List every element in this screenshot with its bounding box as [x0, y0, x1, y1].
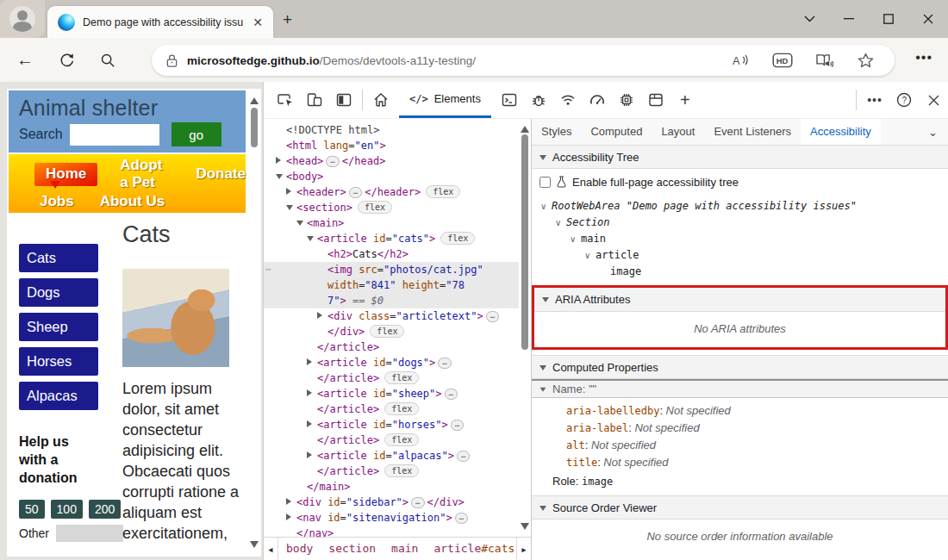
nav-item-home[interactable]: Home — [34, 163, 97, 186]
nav-item-adopt-a-pet[interactable]: Adopt a Pet — [120, 157, 173, 191]
favorites-star-icon[interactable] — [855, 47, 876, 73]
application-icon[interactable] — [641, 82, 670, 118]
close-window-button[interactable] — [908, 0, 948, 38]
go-button[interactable]: go — [172, 122, 221, 146]
breadcrumb-item-section[interactable]: section — [321, 538, 384, 560]
tab-event-listeners[interactable]: Event Listeners — [704, 119, 801, 145]
a11y-tree-node[interactable]: ∨Section — [532, 215, 948, 231]
nav-item-about-us[interactable]: About Us — [100, 193, 165, 210]
dom-tree-row[interactable]: width="841" height="78 — [264, 277, 531, 293]
computed-name-header[interactable]: Name: "" — [532, 379, 948, 398]
inline-expand-button[interactable]: … — [438, 358, 451, 369]
memory-chip-icon[interactable] — [612, 82, 641, 118]
performance-icon[interactable] — [583, 82, 612, 118]
devtools-customize-icon[interactable]: ••• — [860, 82, 889, 118]
dom-tree-row[interactable]: <div class="articletext">… — [264, 308, 531, 324]
tab-layout[interactable]: Layout — [652, 119, 704, 145]
flex-badge[interactable]: flex — [384, 433, 419, 446]
inline-expand-button[interactable]: … — [457, 451, 470, 462]
a11y-tree-node[interactable]: image — [532, 264, 948, 280]
dom-tree-row[interactable]: </article>flex — [264, 464, 531, 479]
flex-badge[interactable]: flex — [440, 232, 475, 245]
flex-badge[interactable]: flex — [426, 185, 460, 198]
more-tools-plus-icon[interactable]: + — [670, 82, 700, 118]
tab-actions-chevron-icon[interactable] — [789, 0, 829, 38]
nav-item-donate[interactable]: Donate — [196, 165, 246, 183]
dom-tree-row[interactable]: </article> — [264, 339, 531, 355]
tab-styles[interactable]: Styles — [532, 119, 581, 145]
a11y-tree-node[interactable]: ∨RootWebArea "Demo page with accessibili… — [532, 198, 948, 215]
node-chevron-icon[interactable]: ∨ — [584, 247, 596, 264]
tab-computed[interactable]: Computed — [581, 119, 652, 145]
expand-arrow-icon[interactable] — [286, 184, 296, 200]
page-scrollbar[interactable] — [247, 89, 261, 557]
inline-expand-button[interactable]: … — [486, 311, 499, 322]
search-icon[interactable] — [95, 47, 121, 73]
dom-tree-row[interactable]: <article id="horses">… — [264, 417, 531, 432]
expand-arrow-icon[interactable] — [286, 495, 296, 510]
maximize-button[interactable] — [869, 0, 908, 38]
dom-tree-row[interactable]: <main> — [264, 215, 531, 231]
dom-tree-row[interactable]: <header>…</header>flex — [264, 184, 531, 200]
scroll-down-icon[interactable] — [250, 541, 259, 552]
dom-tree-row[interactable]: <article id="cats">flex — [264, 231, 531, 246]
nav-item-jobs[interactable]: Jobs — [40, 193, 74, 210]
dom-tree-row[interactable]: <article id="alpacas">… — [264, 448, 531, 464]
scroll-down-icon[interactable] — [521, 523, 529, 534]
dom-tree-row[interactable]: </main> — [264, 479, 531, 495]
refresh-button[interactable] — [53, 47, 79, 73]
breadcrumb-item-body[interactable]: body — [278, 538, 321, 560]
dom-tree-row[interactable]: </article>flex — [264, 370, 531, 386]
dom-tree-row[interactable]: </article>flex — [264, 432, 531, 448]
inline-expand-button[interactable]: … — [451, 420, 464, 431]
animal-button-sheep[interactable]: Sheep — [19, 313, 98, 341]
inline-expand-button[interactable]: … — [455, 513, 468, 524]
breadcrumb-prev-icon[interactable]: ◂ — [264, 538, 278, 560]
expand-arrow-icon[interactable] — [307, 386, 317, 401]
expand-arrow-icon[interactable] — [276, 169, 286, 184]
dom-tree-row[interactable]: <nav id="sitenavigation">… — [264, 510, 531, 526]
dom-tree-row[interactable]: <div id="sidebar">…</div> — [264, 495, 531, 510]
a11y-tree-node[interactable]: ∨article — [532, 247, 948, 264]
flex-badge[interactable]: flex — [384, 402, 419, 415]
inline-expand-button[interactable]: … — [411, 497, 424, 508]
elements-scrollbar[interactable] — [519, 119, 531, 537]
profile-button[interactable] — [0, 0, 45, 38]
dom-tree-row[interactable]: <article id="sheep">… — [264, 386, 531, 401]
animal-button-dogs[interactable]: Dogs — [19, 278, 98, 307]
a11y-tree-node[interactable]: ∨main — [532, 231, 948, 247]
section-aria-attributes[interactable]: ARIA Attributes — [534, 288, 945, 312]
section-source-order-viewer[interactable]: Source Order Viewer — [532, 495, 948, 520]
breadcrumb-next-icon[interactable]: ▸ — [516, 538, 531, 560]
browser-tab[interactable]: Demo page with accessibility issu ✕ — [47, 6, 273, 38]
node-chevron-icon[interactable]: ∨ — [570, 231, 581, 247]
back-button[interactable]: ← — [12, 47, 38, 73]
expand-arrow-icon[interactable] — [276, 153, 286, 169]
scroll-up-icon[interactable] — [521, 121, 529, 133]
tab-accessibility[interactable]: Accessibility — [801, 119, 881, 145]
inline-expand-button[interactable]: … — [445, 389, 458, 400]
donation-amount-button[interactable]: 100 — [51, 500, 83, 519]
expand-arrow-icon[interactable] — [307, 448, 317, 464]
dom-tree-row[interactable]: ⋯<img src="photos/cat.jpg" — [264, 262, 531, 277]
dom-tree-row[interactable]: <!DOCTYPE html> — [264, 122, 531, 138]
devtools-close-icon[interactable] — [919, 82, 948, 118]
dom-tree-row[interactable]: </article>flex — [264, 401, 531, 417]
flex-badge[interactable]: flex — [384, 464, 419, 477]
dom-tree-row[interactable]: <section>flex — [264, 200, 531, 215]
inspect-element-icon[interactable] — [271, 82, 300, 118]
address-bar[interactable]: microsoftedge.github.io/Demos/devtools-a… — [152, 45, 895, 76]
site-search-input[interactable] — [70, 124, 159, 146]
device-emulation-icon[interactable] — [300, 82, 329, 118]
network-wifi-icon[interactable] — [553, 82, 583, 118]
flex-badge[interactable]: flex — [370, 325, 404, 338]
flex-badge[interactable]: flex — [358, 201, 392, 214]
animal-button-alpacas[interactable]: Alpacas — [19, 382, 98, 410]
expand-arrow-icon[interactable] — [296, 215, 307, 231]
tabs-overflow-chevron-icon[interactable]: ⌄ — [928, 126, 948, 139]
animal-button-horses[interactable]: Horses — [19, 347, 98, 376]
scroll-up-icon[interactable] — [250, 93, 259, 104]
breadcrumb-item-main[interactable]: main — [384, 538, 426, 560]
hd-media-icon[interactable]: HD — [772, 47, 793, 73]
section-computed-properties[interactable]: Computed Properties — [532, 355, 948, 379]
